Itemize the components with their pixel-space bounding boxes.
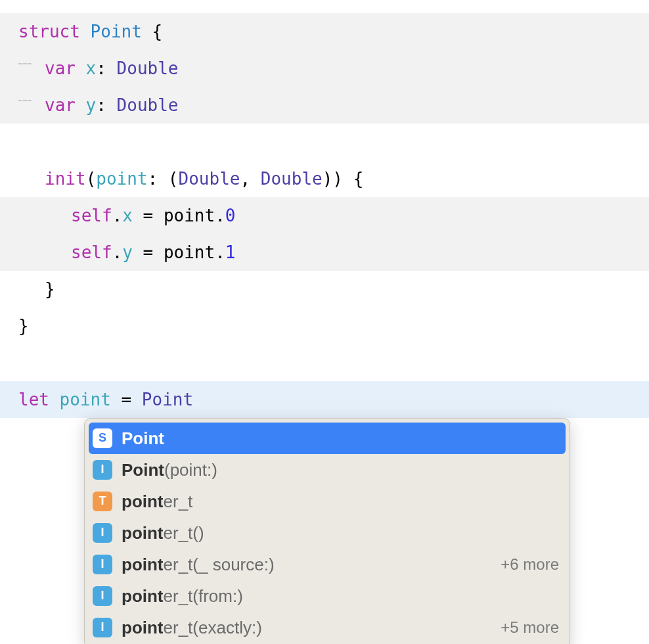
type-name: Point — [80, 20, 142, 43]
keyword-self: self — [71, 204, 112, 227]
var-point: point — [49, 388, 111, 411]
rhs-point: point — [164, 204, 215, 227]
match-bold: Point — [122, 428, 164, 448]
initializer-icon: I — [93, 618, 112, 637]
code-editor[interactable]: struct Point { var x : Double var y : Do… — [0, 0, 649, 418]
completion-item[interactable]: I pointer_t(exactly:) +5 more — [89, 612, 566, 643]
completion-item[interactable]: S Point — [89, 423, 566, 454]
brace-close: } — [18, 314, 29, 338]
struct-icon: S — [93, 428, 112, 448]
param-point: point — [96, 167, 147, 191]
dot: . — [215, 241, 225, 264]
code-line: var y : Double — [0, 87, 649, 124]
brace-open: { — [343, 167, 363, 191]
colon: : — [96, 57, 116, 80]
match-bold: Point — [122, 460, 164, 480]
dot: . — [112, 241, 123, 264]
code-line: init ( point : ( Double , Double )) { — [0, 160, 649, 197]
completion-label: pointer_t(exactly:) — [122, 616, 491, 639]
match-rest: er_t(_ source:) — [164, 555, 275, 574]
paren-open: ( — [86, 167, 97, 191]
type-double: Double — [261, 167, 323, 191]
property-y: y — [76, 93, 96, 117]
colon: : — [96, 93, 116, 117]
match-bold: point — [122, 618, 164, 637]
completion-label: pointer_t(_ source:) — [122, 553, 491, 576]
type-icon: T — [93, 492, 112, 511]
completion-item[interactable]: I pointer_t(_ source:) +6 more — [89, 549, 566, 580]
match-rest: er_t(exactly:) — [164, 618, 262, 637]
type-double: Double — [117, 93, 179, 117]
code-line: } — [0, 271, 649, 308]
match-rest: er_t — [164, 492, 193, 511]
completion-label: pointer_t() — [122, 521, 559, 545]
dot: . — [215, 204, 225, 227]
match-rest: (point:) — [164, 460, 217, 480]
code-line-current: let point = Point — [0, 381, 649, 418]
rhs-point: point — [164, 241, 215, 264]
completion-label: Point — [122, 426, 559, 450]
completion-label: pointer_t — [122, 490, 559, 513]
dot: . — [112, 204, 123, 227]
tuple-index: 1 — [225, 241, 236, 264]
match-bold: point — [122, 492, 164, 511]
property-y: y — [122, 241, 133, 264]
type-double: Double — [179, 167, 240, 191]
brace-open: { — [142, 20, 162, 43]
tuple-index: 0 — [225, 204, 236, 227]
completion-item[interactable]: T pointer_t — [89, 486, 566, 517]
initializer-icon: I — [93, 586, 112, 606]
code-line: struct Point { — [0, 13, 649, 50]
code-line: self . y = point . 1 — [0, 234, 649, 271]
initializer-icon: I — [93, 523, 112, 543]
completion-popup[interactable]: S Point I Point(point:) T pointer_t I po… — [84, 418, 570, 644]
property-x: x — [122, 204, 133, 227]
code-line: self . x = point . 0 — [0, 197, 649, 234]
keyword-self: self — [71, 241, 112, 264]
type-double: Double — [117, 57, 179, 80]
completion-label: Point(point:) — [122, 458, 559, 482]
match-bold: point — [122, 523, 164, 543]
completion-label: pointer_t(from:) — [122, 584, 559, 608]
completion-item[interactable]: I pointer_t(from:) — [89, 580, 566, 612]
code-line: } — [0, 308, 649, 344]
initializer-icon: I — [93, 460, 112, 480]
keyword-struct: struct — [18, 20, 80, 43]
equals: = — [133, 204, 164, 227]
keyword-var: var — [45, 57, 76, 80]
initializer-icon: I — [93, 555, 112, 574]
completion-item[interactable]: I Point(point:) — [89, 454, 566, 486]
colon: : ( — [148, 167, 179, 191]
paren-close: )) — [323, 167, 343, 191]
code-line-blank — [0, 344, 649, 381]
equals: = — [111, 388, 142, 411]
code-line-blank — [0, 124, 649, 160]
brace-close: } — [45, 277, 55, 301]
match-bold: point — [122, 586, 164, 606]
type-point: Point — [142, 388, 193, 411]
keyword-let: let — [18, 388, 49, 411]
property-x: x — [76, 57, 96, 80]
comma: , — [240, 167, 260, 191]
match-bold: point — [122, 555, 164, 574]
completion-item[interactable]: I pointer_t() — [89, 517, 566, 549]
equals: = — [133, 241, 164, 264]
more-overloads: +6 more — [501, 553, 559, 576]
keyword-init: init — [45, 167, 86, 191]
keyword-var: var — [45, 93, 76, 117]
match-rest: er_t() — [164, 523, 204, 543]
more-overloads: +5 more — [501, 616, 559, 639]
code-line: var x : Double — [0, 50, 649, 87]
match-rest: er_t(from:) — [164, 586, 243, 606]
